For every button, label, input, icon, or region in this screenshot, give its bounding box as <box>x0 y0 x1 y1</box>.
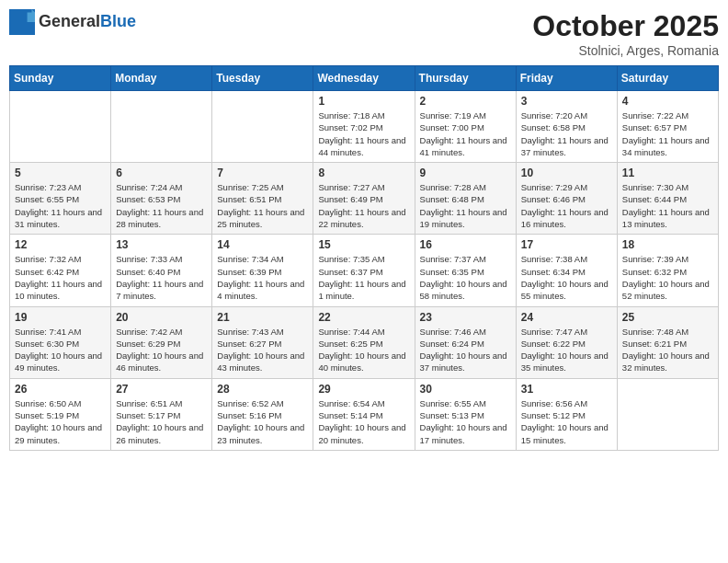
day-number: 16 <box>420 238 511 251</box>
calendar-cell: 14Sunrise: 7:34 AM Sunset: 6:39 PM Dayli… <box>212 235 313 306</box>
calendar-cell: 29Sunrise: 6:54 AM Sunset: 5:14 PM Dayli… <box>313 378 415 450</box>
day-number: 24 <box>521 311 612 324</box>
day-number: 5 <box>15 167 106 179</box>
calendar-cell: 24Sunrise: 7:47 AM Sunset: 6:22 PM Dayli… <box>516 306 617 378</box>
day-number: 31 <box>521 383 612 396</box>
day-info: Sunrise: 7:41 AM Sunset: 6:30 PM Dayligh… <box>15 326 106 374</box>
day-info: Sunrise: 7:23 AM Sunset: 6:55 PM Dayligh… <box>15 181 106 230</box>
day-info: Sunrise: 7:37 AM Sunset: 6:35 PM Dayligh… <box>420 253 511 302</box>
day-info: Sunrise: 7:48 AM Sunset: 6:21 PM Dayligh… <box>622 326 713 374</box>
day-number: 22 <box>318 311 409 324</box>
day-info: Sunrise: 7:44 AM Sunset: 6:25 PM Dayligh… <box>318 326 409 374</box>
day-info: Sunrise: 7:43 AM Sunset: 6:27 PM Dayligh… <box>217 326 308 374</box>
day-info: Sunrise: 7:22 AM Sunset: 6:57 PM Dayligh… <box>622 109 713 158</box>
day-number: 30 <box>420 383 511 396</box>
logo-text: General Blue <box>39 12 136 32</box>
day-number: 21 <box>217 311 308 324</box>
logo-blue: Blue <box>100 12 136 32</box>
svg-rect-1 <box>9 22 35 35</box>
calendar-cell: 17Sunrise: 7:38 AM Sunset: 6:34 PM Dayli… <box>516 235 617 306</box>
day-info: Sunrise: 7:47 AM Sunset: 6:22 PM Dayligh… <box>521 326 612 374</box>
day-number: 20 <box>116 311 207 324</box>
day-number: 7 <box>217 167 308 179</box>
day-info: Sunrise: 7:18 AM Sunset: 7:02 PM Dayligh… <box>318 109 409 158</box>
day-number: 17 <box>521 238 612 251</box>
title-area: October 2025 Stolnici, Arges, Romania <box>532 9 719 58</box>
day-info: Sunrise: 7:42 AM Sunset: 6:29 PM Dayligh… <box>116 326 207 374</box>
calendar-cell <box>617 378 718 450</box>
calendar-cell: 8Sunrise: 7:27 AM Sunset: 6:49 PM Daylig… <box>313 163 415 235</box>
day-number: 6 <box>116 167 207 179</box>
day-info: Sunrise: 7:28 AM Sunset: 6:48 PM Dayligh… <box>420 181 511 230</box>
calendar-cell: 31Sunrise: 6:56 AM Sunset: 5:12 PM Dayli… <box>516 378 617 450</box>
day-info: Sunrise: 6:55 AM Sunset: 5:13 PM Dayligh… <box>420 397 511 446</box>
day-info: Sunrise: 6:56 AM Sunset: 5:12 PM Dayligh… <box>521 397 612 446</box>
day-number: 29 <box>318 383 409 396</box>
day-number: 26 <box>15 383 106 396</box>
weekday-header: Wednesday <box>313 66 415 91</box>
day-number: 13 <box>116 238 207 251</box>
day-number: 10 <box>521 167 612 179</box>
calendar-cell: 4Sunrise: 7:22 AM Sunset: 6:57 PM Daylig… <box>617 91 718 163</box>
calendar-cell: 15Sunrise: 7:35 AM Sunset: 6:37 PM Dayli… <box>313 235 415 306</box>
calendar-cell: 23Sunrise: 7:46 AM Sunset: 6:24 PM Dayli… <box>415 306 516 378</box>
day-number: 14 <box>217 238 308 251</box>
day-info: Sunrise: 7:35 AM Sunset: 6:37 PM Dayligh… <box>318 253 409 302</box>
calendar: SundayMondayTuesdayWednesdayThursdayFrid… <box>9 65 719 451</box>
day-number: 4 <box>622 95 713 108</box>
day-info: Sunrise: 7:29 AM Sunset: 6:46 PM Dayligh… <box>521 181 612 230</box>
calendar-cell <box>212 91 313 163</box>
weekday-header: Sunday <box>10 66 111 91</box>
day-number: 2 <box>420 95 511 108</box>
day-info: Sunrise: 7:19 AM Sunset: 7:00 PM Dayligh… <box>420 109 511 158</box>
calendar-week-row: 5Sunrise: 7:23 AM Sunset: 6:55 PM Daylig… <box>10 163 719 235</box>
calendar-cell: 6Sunrise: 7:24 AM Sunset: 6:53 PM Daylig… <box>111 163 212 235</box>
calendar-cell: 12Sunrise: 7:32 AM Sunset: 6:42 PM Dayli… <box>10 235 111 306</box>
logo-general: General <box>39 12 100 32</box>
weekday-header: Monday <box>111 66 212 91</box>
day-number: 8 <box>318 167 409 179</box>
month-title: October 2025 <box>532 9 719 43</box>
calendar-cell: 22Sunrise: 7:44 AM Sunset: 6:25 PM Dayli… <box>313 306 415 378</box>
logo-icon <box>9 9 35 35</box>
calendar-cell: 11Sunrise: 7:30 AM Sunset: 6:44 PM Dayli… <box>617 163 718 235</box>
calendar-cell: 19Sunrise: 7:41 AM Sunset: 6:30 PM Dayli… <box>10 306 111 378</box>
day-number: 23 <box>420 311 511 324</box>
day-number: 27 <box>116 383 207 396</box>
calendar-cell: 3Sunrise: 7:20 AM Sunset: 6:58 PM Daylig… <box>516 91 617 163</box>
calendar-cell: 18Sunrise: 7:39 AM Sunset: 6:32 PM Dayli… <box>617 235 718 306</box>
weekday-header-row: SundayMondayTuesdayWednesdayThursdayFrid… <box>10 66 719 91</box>
day-info: Sunrise: 6:54 AM Sunset: 5:14 PM Dayligh… <box>318 397 409 446</box>
day-info: Sunrise: 7:25 AM Sunset: 6:51 PM Dayligh… <box>217 181 308 230</box>
weekday-header: Saturday <box>617 66 718 91</box>
calendar-cell <box>111 91 212 163</box>
calendar-cell: 13Sunrise: 7:33 AM Sunset: 6:40 PM Dayli… <box>111 235 212 306</box>
day-number: 3 <box>521 95 612 108</box>
day-info: Sunrise: 7:20 AM Sunset: 6:58 PM Dayligh… <box>521 109 612 158</box>
calendar-cell: 28Sunrise: 6:52 AM Sunset: 5:16 PM Dayli… <box>212 378 313 450</box>
header: General Blue October 2025 Stolnici, Arge… <box>9 9 719 58</box>
logo: General Blue <box>9 9 136 35</box>
calendar-cell: 10Sunrise: 7:29 AM Sunset: 6:46 PM Dayli… <box>516 163 617 235</box>
day-info: Sunrise: 7:32 AM Sunset: 6:42 PM Dayligh… <box>15 253 106 302</box>
calendar-cell: 20Sunrise: 7:42 AM Sunset: 6:29 PM Dayli… <box>111 306 212 378</box>
day-number: 12 <box>15 238 106 251</box>
weekday-header: Thursday <box>415 66 516 91</box>
day-info: Sunrise: 7:30 AM Sunset: 6:44 PM Dayligh… <box>622 181 713 230</box>
day-number: 25 <box>622 311 713 324</box>
day-info: Sunrise: 7:33 AM Sunset: 6:40 PM Dayligh… <box>116 253 207 302</box>
calendar-week-row: 26Sunrise: 6:50 AM Sunset: 5:19 PM Dayli… <box>10 378 719 450</box>
calendar-cell: 7Sunrise: 7:25 AM Sunset: 6:51 PM Daylig… <box>212 163 313 235</box>
day-number: 1 <box>318 95 409 108</box>
day-info: Sunrise: 7:46 AM Sunset: 6:24 PM Dayligh… <box>420 326 511 374</box>
day-number: 9 <box>420 167 511 179</box>
day-info: Sunrise: 7:34 AM Sunset: 6:39 PM Dayligh… <box>217 253 308 302</box>
calendar-cell: 21Sunrise: 7:43 AM Sunset: 6:27 PM Dayli… <box>212 306 313 378</box>
day-number: 15 <box>318 238 409 251</box>
day-info: Sunrise: 7:38 AM Sunset: 6:34 PM Dayligh… <box>521 253 612 302</box>
calendar-cell: 27Sunrise: 6:51 AM Sunset: 5:17 PM Dayli… <box>111 378 212 450</box>
calendar-cell: 2Sunrise: 7:19 AM Sunset: 7:00 PM Daylig… <box>415 91 516 163</box>
calendar-cell: 5Sunrise: 7:23 AM Sunset: 6:55 PM Daylig… <box>10 163 111 235</box>
day-number: 11 <box>622 167 713 179</box>
calendar-cell: 25Sunrise: 7:48 AM Sunset: 6:21 PM Dayli… <box>617 306 718 378</box>
